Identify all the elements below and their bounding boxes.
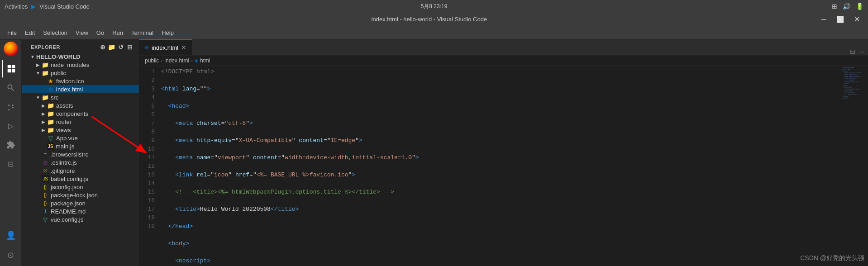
breadcrumb-file[interactable]: index.html — [164, 57, 189, 64]
breadcrumb-public[interactable]: public — [145, 57, 159, 64]
file-package-json-icon: {} — [42, 200, 49, 207]
breadcrumb: public › index.html › ◈ html — [139, 56, 868, 66]
tree-item-readme[interactable]: ▶ Ⅰ README.md — [22, 207, 139, 215]
volume-icon: 🔊 — [843, 3, 850, 10]
menu-help[interactable]: Help — [158, 28, 177, 38]
tree-item-jsconfig[interactable]: ▶ {} jsconfig.json — [22, 183, 139, 191]
menu-selection[interactable]: Selection — [39, 28, 71, 38]
tree-item-gitignore[interactable]: ▶ ⊘ .gitignore — [22, 166, 139, 175]
tree-item-index-html[interactable]: ▶ ⊛ index.html — [22, 85, 139, 93]
maximize-button[interactable]: ⬜ — [833, 16, 848, 23]
tab-index-html[interactable]: ⊛ index.html ✕ — [139, 39, 192, 55]
folder-node-modules-icon: 📁 — [42, 61, 49, 68]
tree-item-assets[interactable]: ▶ 📁 assets — [22, 101, 139, 109]
breadcrumb-icon: ◈ — [195, 57, 198, 63]
activity-explorer-icon[interactable] — [2, 60, 20, 78]
clock-label: 5月8 23:19 — [421, 3, 448, 10]
tree-item-router[interactable]: ▶ 📁 router — [22, 118, 139, 126]
editor-content[interactable]: 1 2 3 4 5 6 7 8 9 10 11 12 13 14 15 16 1 — [139, 66, 868, 266]
split-editor-icon[interactable]: ⊟ — [850, 48, 855, 55]
tree-item-components[interactable]: ▶ 📁 components — [22, 109, 139, 118]
window-title: index.html - hello-world - Visual Studio… — [41, 16, 818, 23]
editor-area: ⊛ index.html ✕ ⊟ ··· public › index.html… — [139, 40, 868, 266]
arrow-views: ▶ — [40, 126, 47, 133]
tree-item-views[interactable]: ▶ 📁 views — [22, 126, 139, 134]
vscode-icon: ▶ — [31, 3, 36, 10]
app-name-label: Visual Studio Code — [39, 3, 89, 10]
code-editor[interactable]: <!DOCTYPE html> <html lang=""> <head> <m… — [159, 66, 841, 266]
breadcrumb-html[interactable]: html — [200, 57, 210, 64]
menu-terminal[interactable]: Terminal — [128, 28, 157, 38]
activity-help-icon[interactable]: ⊙ — [2, 246, 20, 264]
tab-close-button[interactable]: ✕ — [181, 44, 186, 51]
activity-search-icon[interactable] — [2, 79, 20, 97]
activity-extensions-icon[interactable] — [2, 136, 20, 154]
activity-remote-icon[interactable]: ⊟ — [2, 155, 20, 173]
title-bar: index.html - hello-world - Visual Studio… — [0, 13, 868, 26]
arrow-assets: ▶ — [40, 102, 47, 109]
file-jsconfig-icon: {} — [42, 183, 49, 190]
menu-go[interactable]: Go — [93, 28, 108, 38]
file-favicon-icon: ★ — [47, 77, 54, 85]
minimap-content: <!DOCTYPE html> <html lang=""> <head> <m… — [841, 66, 868, 100]
tree-item-browserslistrc[interactable]: ▶ = .browserslistrc — [22, 150, 139, 158]
tree-item-public[interactable]: ▼ 📁 public — [22, 69, 139, 77]
tree-item-eslintrc[interactable]: ▶ ⊙ .eslintrc.js — [22, 158, 139, 166]
refresh-button[interactable]: ↺ — [117, 43, 124, 51]
file-vue-app-icon: ▽ — [47, 134, 54, 142]
collapse-all-button[interactable]: ⊟ — [126, 43, 134, 51]
firefox-icon — [4, 42, 18, 56]
arrow-router: ▶ — [40, 118, 47, 125]
folder-router-icon: 📁 — [47, 118, 54, 125]
sidebar-title: EXPLORER — [31, 44, 60, 50]
activities-label[interactable]: Activities — [5, 3, 28, 10]
menu-edit[interactable]: Edit — [21, 28, 38, 38]
new-file-button[interactable]: ⊕ — [99, 43, 106, 51]
activity-source-control-icon[interactable] — [2, 98, 20, 116]
arrow-public: ▼ — [34, 69, 42, 76]
sidebar-header: EXPLORER ⊕ 📁 ↺ ⊟ — [22, 40, 139, 52]
tree-item-package-lock[interactable]: ▶ {} package-lock.json — [22, 191, 139, 199]
file-eslintrc-icon: ⊙ — [42, 159, 49, 166]
file-vue-config-icon: ▽ — [42, 216, 49, 223]
menu-bar: File Edit Selection View Go Run Terminal… — [0, 26, 868, 40]
file-js-icon: JS — [47, 142, 54, 150]
tabs-bar: ⊛ index.html ✕ ⊟ ··· — [139, 40, 868, 56]
minimize-button[interactable]: ─ — [818, 15, 830, 24]
arrow-node-modules: ▶ — [34, 61, 42, 68]
more-actions-icon[interactable]: ··· — [859, 48, 864, 55]
activity-bar: ▷ ⊟ 👤 ⊙ — [0, 40, 22, 266]
main-layout: ▷ ⊟ 👤 ⊙ EXPLORER ⊕ 📁 ↺ ⊟ ▼ — [0, 40, 868, 266]
tree-item-app-vue[interactable]: ▶ ▽ App.vue — [22, 134, 139, 142]
tree-item-favicon[interactable]: ▶ ★ favicon.ico — [22, 77, 139, 85]
tree-item-main-js[interactable]: ▶ JS main.js — [22, 142, 139, 150]
menu-file[interactable]: File — [4, 28, 20, 38]
folder-views-icon: 📁 — [47, 126, 54, 133]
tree-item-src[interactable]: ▼ 📁 src — [22, 93, 139, 101]
minimap: <!DOCTYPE html> <html lang=""> <head> <m… — [841, 66, 868, 266]
breadcrumb-sep-2: › — [191, 57, 193, 64]
folder-components-icon: 📁 — [47, 110, 54, 117]
activity-account-icon[interactable]: 👤 — [2, 226, 20, 244]
tree-item-package-json[interactable]: ▶ {} package.json — [22, 199, 139, 207]
tree-root-hello-world[interactable]: ▼ HELLO-WORLD — [22, 52, 139, 61]
line-numbers: 1 2 3 4 5 6 7 8 9 10 11 12 13 14 15 16 1 — [139, 66, 159, 266]
menu-view[interactable]: View — [72, 28, 92, 38]
activity-run-icon[interactable]: ▷ — [2, 117, 20, 135]
expand-arrow-root: ▼ — [29, 53, 36, 60]
file-html-icon: ⊛ — [47, 86, 54, 93]
close-button[interactable]: ✕ — [850, 15, 863, 24]
menu-run[interactable]: Run — [109, 28, 127, 38]
new-folder-button[interactable]: 📁 — [108, 43, 115, 51]
file-gitignore-icon: ⊘ — [42, 167, 49, 174]
system-bar: Activities ▶ Visual Studio Code 5月8 23:1… — [0, 0, 868, 13]
tree-item-node-modules[interactable]: ▶ 📁 node_modules — [22, 61, 139, 69]
folder-assets-icon: 📁 — [47, 102, 54, 109]
network-icon: ⊞ — [832, 3, 837, 10]
window-controls[interactable]: ─ ⬜ ✕ — [818, 15, 863, 24]
battery-icon: 🔋 — [856, 3, 863, 10]
tree-item-babel-config[interactable]: ▶ JS babel.config.js — [22, 175, 139, 183]
tree-item-vue-config[interactable]: ▶ ▽ vue.config.js — [22, 215, 139, 223]
arrow-src: ▼ — [34, 94, 42, 101]
folder-src-icon: 📁 — [42, 94, 49, 101]
